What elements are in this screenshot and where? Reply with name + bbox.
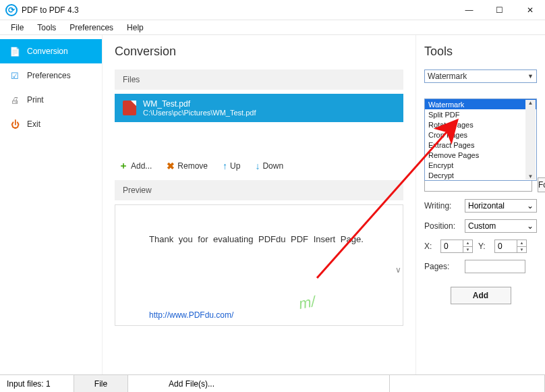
dd-item-crop-pages[interactable]: Crop Pages: [425, 130, 536, 140]
remove-button[interactable]: ✖Remove: [163, 159, 212, 173]
preview-area[interactable]: Thank you for evaluating PDFdu PDF Inser…: [115, 204, 403, 326]
print-icon: 🖨: [9, 94, 20, 105]
conversion-icon: 📄: [9, 46, 20, 57]
menu-help[interactable]: Help: [120, 22, 150, 34]
scroll-up-icon[interactable]: ▲: [528, 100, 534, 106]
y-label: Y:: [478, 242, 489, 251]
tools-panel: Tools Watermark ▼ W Watermark Split PDF …: [415, 35, 545, 374]
x-input[interactable]: 0 ▲▼: [440, 240, 473, 253]
window-title: PDF to PDF 4.3: [22, 5, 454, 15]
menubar: File Tools Preferences Help: [0, 20, 545, 35]
file-path: C:\Users\pc\Pictures\WM_Test.pdf: [143, 109, 256, 117]
position-value: Custom: [468, 221, 496, 231]
page-title: Conversion: [115, 45, 403, 59]
dd-item-decrypt[interactable]: Decrypt: [425, 170, 536, 180]
status-file-button[interactable]: File: [74, 375, 128, 392]
preferences-checkbox-icon: ☑: [9, 70, 20, 81]
spin-up-icon[interactable]: ▲: [463, 240, 472, 247]
files-list[interactable]: WM_Test.pdf C:\Users\pc\Pictures\WM_Test…: [115, 94, 403, 122]
x-label: X:: [424, 242, 435, 251]
main-panel: Conversion Files WM_Test.pdf C:\Users\pc…: [103, 35, 415, 374]
pages-row: Pages:: [424, 260, 537, 273]
sidebar-item-label: Conversion: [27, 47, 68, 56]
writing-label: Writing:: [424, 201, 459, 211]
writing-select[interactable]: Horizontal ⌄: [465, 199, 537, 213]
y-spinner[interactable]: ▲▼: [517, 240, 526, 252]
sidebar-item-label: Exit: [27, 119, 40, 129]
pdf-file-icon: [123, 101, 136, 115]
menu-preferences[interactable]: Preferences: [63, 22, 120, 34]
y-value: 0: [498, 242, 503, 251]
minimize-button[interactable]: —: [454, 0, 484, 20]
x-icon: ✖: [167, 161, 175, 171]
files-panel-header: Files: [115, 69, 403, 90]
maximize-button[interactable]: ☐: [484, 0, 515, 20]
font-button[interactable]: Font: [538, 177, 545, 192]
pages-input[interactable]: [465, 260, 525, 273]
titlebar: PDF to PDF 4.3 — ☐ ✕: [0, 0, 545, 20]
tool-select-dropdown[interactable]: Watermark Split PDF Rotate Pages Crop Pa…: [424, 99, 537, 181]
watermark-sample: m/: [297, 293, 316, 313]
status-input-files: Input files: 1: [0, 375, 74, 392]
preview-link[interactable]: http://www.PDFdu.com/: [149, 310, 233, 320]
dropdown-scrollbar[interactable]: ▲ ▼: [525, 100, 536, 179]
menu-file[interactable]: File: [4, 22, 30, 34]
power-icon: ⏻: [9, 119, 20, 130]
add-button[interactable]: ＋Add...: [115, 159, 156, 173]
btn-label: Down: [262, 161, 283, 171]
files-toolbar: ＋Add... ✖Remove ↑Up ↓Down: [115, 156, 403, 180]
plus-icon: ＋: [119, 160, 128, 172]
dd-item-split-pdf[interactable]: Split PDF: [425, 109, 536, 119]
workarea: 📄 Conversion ☑ Preferences 🖨 Print ⏻ Exi…: [0, 35, 545, 374]
status-empty: [390, 375, 545, 392]
scroll-down-icon[interactable]: ▼: [528, 173, 534, 179]
sidebar-item-exit[interactable]: ⏻ Exit: [0, 112, 102, 136]
position-select[interactable]: Custom ⌄: [465, 219, 537, 233]
dd-item-extract-pages[interactable]: Extract Pages: [425, 140, 536, 150]
pages-label: Pages:: [424, 262, 459, 271]
spin-up-icon[interactable]: ▲: [517, 240, 526, 247]
sidebar: 📄 Conversion ☑ Preferences 🖨 Print ⏻ Exi…: [0, 35, 103, 374]
tools-heading: Tools: [424, 45, 537, 59]
sidebar-item-label: Preferences: [27, 71, 71, 80]
tool-select-combo[interactable]: Watermark ▼: [424, 69, 537, 83]
x-value: 0: [444, 242, 449, 251]
dd-item-rotate-pages[interactable]: Rotate Pages: [425, 119, 536, 130]
dd-item-encrypt[interactable]: Encrypt: [425, 160, 536, 170]
move-up-button[interactable]: ↑Up: [219, 159, 244, 173]
spin-down-icon[interactable]: ▼: [463, 247, 472, 253]
position-row: Position: Custom ⌄: [424, 219, 537, 233]
arrow-up-icon: ↑: [223, 161, 227, 171]
preview-text: Thank you for evaluating PDFdu PDF Inser…: [149, 232, 369, 247]
statusbar: Input files: 1 File Add File(s)...: [0, 374, 545, 392]
close-button[interactable]: ✕: [515, 0, 545, 20]
app-icon: [5, 4, 18, 16]
sidebar-item-label: Print: [27, 95, 44, 105]
btn-label: Up: [230, 161, 240, 171]
move-down-button[interactable]: ↓Down: [251, 159, 287, 173]
tools-add-button[interactable]: Add: [451, 287, 511, 304]
btn-label: Add...: [131, 161, 152, 171]
btn-label: Remove: [177, 161, 208, 171]
menu-tools[interactable]: Tools: [30, 22, 63, 34]
file-row[interactable]: WM_Test.pdf C:\Users\pc\Pictures\WM_Test…: [115, 94, 403, 122]
dd-item-remove-pages[interactable]: Remove Pages: [425, 150, 536, 160]
scroll-indicator-icon[interactable]: ∨: [395, 265, 401, 275]
file-name: WM_Test.pdf: [143, 99, 256, 109]
spin-down-icon[interactable]: ▼: [517, 247, 526, 253]
dd-item-watermark[interactable]: Watermark: [425, 99, 536, 109]
preview-panel-header: Preview: [115, 180, 403, 200]
combo-value: Watermark: [428, 72, 467, 81]
status-add-files[interactable]: Add File(s)...: [128, 375, 390, 392]
y-input[interactable]: 0 ▲▼: [494, 240, 527, 253]
writing-value: Horizontal: [468, 201, 505, 211]
sidebar-item-preferences[interactable]: ☑ Preferences: [0, 63, 102, 88]
chevron-down-icon: ▼: [527, 73, 534, 80]
position-label: Position:: [424, 221, 459, 231]
sidebar-item-print[interactable]: 🖨 Print: [0, 88, 102, 112]
chevron-down-icon: ⌄: [527, 221, 534, 231]
x-spinner[interactable]: ▲▼: [463, 240, 472, 252]
sidebar-item-conversion[interactable]: 📄 Conversion: [0, 39, 102, 63]
chevron-down-icon: ⌄: [527, 201, 534, 211]
xy-row: X: 0 ▲▼ Y: 0 ▲▼: [424, 240, 537, 253]
